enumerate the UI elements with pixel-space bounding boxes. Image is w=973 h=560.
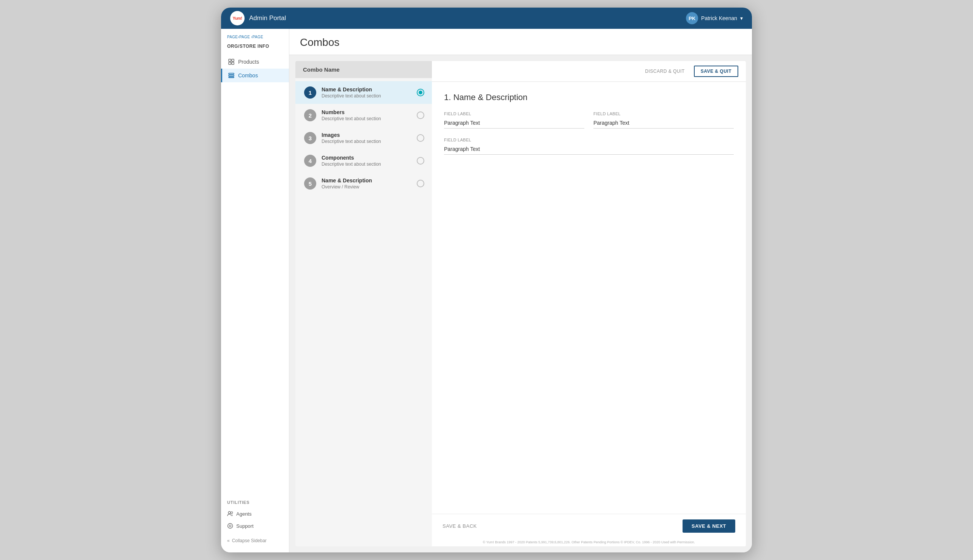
products-icon: [228, 59, 234, 65]
utilities-label: UTILITIES: [227, 500, 283, 505]
form-panel: DISCARD & QUIT SAVE & QUIT 1. Name & Des…: [432, 61, 746, 547]
sidebar-products-label: Products: [238, 59, 259, 65]
app-title: Admin Portal: [249, 14, 286, 22]
form-toolbar: DISCARD & QUIT SAVE & QUIT: [432, 61, 746, 82]
step-name-5: Name & Description: [322, 177, 412, 183]
svg-point-7: [228, 512, 230, 514]
footer-copyright: © Yum! Brands 1997 - 2020 Patents 5,991,…: [432, 538, 746, 547]
org-store-label: ORG/STORE INFO: [221, 43, 289, 55]
avatar: PK: [686, 12, 698, 24]
form-content: 1. Name & Description Field Label Field …: [432, 82, 746, 514]
step-number-4: 4: [304, 155, 316, 167]
dropdown-icon[interactable]: ▾: [740, 15, 743, 21]
field-input-1[interactable]: [444, 118, 584, 128]
step-text-4: Components Descriptive text about sectio…: [322, 155, 412, 167]
step-desc-5: Overview / Review: [322, 184, 412, 190]
step-name-3: Images: [322, 132, 412, 138]
content-area: Combos Combo Name 1 Name & Description D…: [289, 29, 752, 552]
form-row-1: Field Label Field Label: [444, 112, 734, 128]
step-desc-2: Descriptive text about section: [322, 116, 412, 121]
field-label-1: Field Label: [444, 112, 584, 116]
user-menu[interactable]: PK Patrick Keenan ▾: [686, 12, 743, 24]
svg-rect-0: [229, 59, 231, 62]
svg-rect-6: [229, 77, 234, 78]
steps-panel: Combo Name 1 Name & Description Descript…: [295, 61, 432, 547]
step-item-1[interactable]: 1 Name & Description Descriptive text ab…: [295, 81, 432, 104]
svg-point-10: [230, 525, 231, 527]
sidebar-item-products[interactable]: Products: [221, 55, 289, 68]
form-field-2: Field Label: [593, 112, 734, 128]
svg-rect-3: [232, 62, 234, 65]
field-label-2: Field Label: [593, 112, 734, 116]
save-quit-button[interactable]: SAVE & QUIT: [694, 66, 738, 77]
username: Patrick Keenan: [701, 15, 737, 21]
step-text-5: Name & Description Overview / Review: [322, 177, 412, 190]
agents-icon: [227, 511, 233, 517]
page-header: Combos: [289, 29, 752, 55]
step-radio-3: [417, 134, 424, 142]
step-radio-1: [417, 89, 424, 96]
step-number-5: 5: [304, 177, 316, 190]
step-item-5[interactable]: 5 Name & Description Overview / Review: [295, 172, 432, 195]
svg-rect-5: [229, 75, 234, 76]
step-desc-1: Descriptive text about section: [322, 93, 412, 98]
save-back-button[interactable]: SAVE & BACK: [443, 523, 477, 529]
step-text-3: Images Descriptive text about section: [322, 132, 412, 144]
step-item-2[interactable]: 2 Numbers Descriptive text about section: [295, 104, 432, 127]
page-title: Combos: [300, 37, 741, 48]
step-name-4: Components: [322, 155, 412, 161]
field-label-3: Field Label: [444, 138, 734, 142]
step-name-1: Name & Description: [322, 87, 412, 93]
step-desc-4: Descriptive text about section: [322, 162, 412, 167]
sidebar: PAGE›PAGE ›PAGE ORG/STORE INFO Products: [221, 29, 289, 552]
top-bar-brand: Yum! Admin Portal: [230, 11, 286, 25]
step-text-2: Numbers Descriptive text about section: [322, 109, 412, 121]
field-input-2[interactable]: [593, 118, 734, 128]
step-number-2: 2: [304, 109, 316, 121]
yum-logo: Yum!: [230, 11, 245, 25]
step-text-1: Name & Description Descriptive text abou…: [322, 87, 412, 98]
step-name-2: Numbers: [322, 109, 412, 115]
breadcrumb-item[interactable]: PAGE: [253, 35, 263, 39]
form-section-title: 1. Name & Description: [444, 93, 734, 102]
save-next-button[interactable]: SAVE & NEXT: [683, 520, 735, 533]
sidebar-item-agents[interactable]: Agents: [227, 508, 283, 520]
breadcrumb: PAGE›PAGE ›PAGE: [221, 35, 289, 43]
form-row-2: Field Label: [444, 138, 734, 155]
step-item-4[interactable]: 4 Components Descriptive text about sect…: [295, 149, 432, 172]
steps-header: Combo Name: [295, 61, 432, 78]
svg-point-9: [228, 523, 233, 528]
collapse-label: Collapse Sidebar: [232, 538, 267, 543]
svg-rect-1: [232, 59, 234, 62]
steps-list: 1 Name & Description Descriptive text ab…: [295, 78, 432, 547]
field-input-3[interactable]: [444, 144, 734, 155]
combos-icon: [228, 72, 234, 78]
step-item-3[interactable]: 3 Images Descriptive text about section: [295, 127, 432, 149]
step-radio-5: [417, 180, 424, 187]
sidebar-combos-label: Combos: [238, 72, 258, 78]
form-field-3: Field Label: [444, 138, 734, 155]
step-radio-2: [417, 112, 424, 119]
wizard-container: Combo Name 1 Name & Description Descript…: [295, 61, 746, 547]
collapse-sidebar-button[interactable]: « Collapse Sidebar: [221, 535, 289, 547]
utilities-section: UTILITIES Agents: [221, 495, 289, 535]
support-icon: [227, 523, 233, 529]
form-footer: SAVE & BACK SAVE & NEXT: [432, 514, 746, 538]
form-field-1: Field Label: [444, 112, 584, 128]
sidebar-item-support[interactable]: Support: [227, 520, 283, 532]
svg-point-8: [231, 512, 233, 514]
step-number-3: 3: [304, 132, 316, 144]
sidebar-item-combos[interactable]: Combos: [221, 68, 289, 82]
breadcrumb-item[interactable]: PAGE: [239, 35, 250, 39]
discard-quit-button[interactable]: DISCARD & QUIT: [640, 67, 689, 76]
agents-label: Agents: [236, 511, 252, 517]
top-bar: Yum! Admin Portal PK Patrick Keenan ▾: [221, 8, 752, 29]
support-label: Support: [236, 523, 254, 529]
collapse-icon: «: [227, 538, 230, 543]
step-number-1: 1: [304, 87, 316, 98]
breadcrumb-item[interactable]: PAGE: [227, 35, 238, 39]
step-radio-4: [417, 157, 424, 165]
svg-rect-2: [229, 62, 231, 65]
step-desc-3: Descriptive text about section: [322, 139, 412, 144]
svg-rect-4: [229, 73, 234, 74]
